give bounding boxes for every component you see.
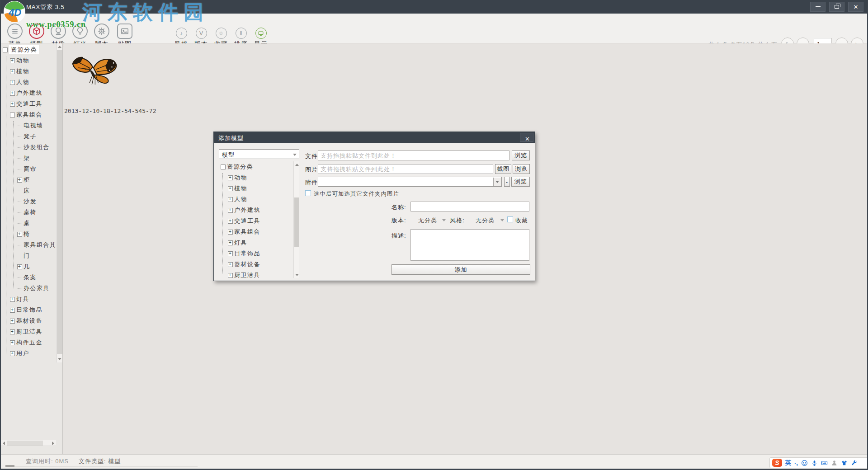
expand-icon[interactable]: + <box>228 240 233 245</box>
expand-icon[interactable]: + <box>10 340 15 345</box>
tree-item-办公家具[interactable]: 办公家具 <box>1 283 56 294</box>
tree-item-植物[interactable]: +植物 <box>1 66 56 77</box>
expand-icon[interactable]: + <box>17 232 22 237</box>
attachment-remove-button[interactable]: - <box>504 177 510 187</box>
scroll-up-icon[interactable] <box>294 161 300 168</box>
version-dropdown[interactable]: 无分类 <box>418 216 437 225</box>
scroll-down-icon[interactable] <box>294 272 300 278</box>
expand-icon[interactable]: + <box>10 297 15 302</box>
tree-item-沙发[interactable]: 沙发 <box>1 196 56 207</box>
tree-item-器材设备[interactable]: +器材设备 <box>1 315 56 326</box>
image-input[interactable] <box>318 164 493 174</box>
tree-item-器材设备[interactable]: +器材设备 <box>219 259 293 270</box>
sidebar-vertical-scrollbar[interactable] <box>56 43 62 362</box>
tree-item-桌椅[interactable]: 桌椅 <box>1 207 56 218</box>
dialog-tree-scrollbar[interactable] <box>293 161 299 278</box>
tree-item-灯具[interactable]: +灯具 <box>219 237 293 248</box>
image-browse-button[interactable]: 浏览 <box>513 164 530 174</box>
mic-icon[interactable] <box>811 460 818 466</box>
expand-icon[interactable]: + <box>10 308 15 313</box>
tree-item-柜[interactable]: +柜 <box>1 174 56 185</box>
tree-item-床[interactable]: 床 <box>1 185 56 196</box>
tree-item-人物[interactable]: +人物 <box>1 77 56 88</box>
tree-item-动物[interactable]: +动物 <box>219 172 293 183</box>
chevron-down-icon[interactable] <box>500 219 504 221</box>
tree-item-沙发组合[interactable]: 沙发组合 <box>1 142 56 153</box>
expand-icon[interactable]: + <box>228 262 233 267</box>
handwriting-icon[interactable] <box>831 460 838 466</box>
tree-item-植物[interactable]: +植物 <box>219 183 293 194</box>
style-dropdown[interactable]: 无分类 <box>476 216 495 225</box>
expand-icon[interactable]: + <box>10 58 15 63</box>
chevron-down-icon[interactable] <box>442 219 446 221</box>
tree-item-用户[interactable]: +用户 <box>1 348 56 359</box>
tree-item-户外建筑[interactable]: +户外建筑 <box>219 205 293 216</box>
dropdown-arrow-button[interactable] <box>493 178 501 186</box>
favorite-checkbox[interactable] <box>507 216 513 222</box>
description-textarea[interactable] <box>410 229 529 261</box>
tree-item-日常饰品[interactable]: +日常饰品 <box>1 305 56 315</box>
tree-item-条案[interactable]: 条案 <box>1 272 56 283</box>
tree-item-灯具[interactable]: +灯具 <box>1 294 56 305</box>
expand-icon[interactable]: + <box>228 273 233 278</box>
dialog-close-button[interactable]: ✕ <box>520 133 533 142</box>
close-button[interactable]: ✕ <box>848 2 863 12</box>
scroll-right-icon[interactable] <box>50 440 56 446</box>
scrollbar-thumb[interactable] <box>7 441 43 446</box>
name-input[interactable] <box>410 202 529 212</box>
attachment-dropdown[interactable] <box>318 177 502 187</box>
expand-icon[interactable]: + <box>17 264 22 269</box>
tree-item-户外建筑[interactable]: +户外建筑 <box>1 88 56 99</box>
scrollbar-thumb[interactable] <box>294 197 299 247</box>
collapse-icon[interactable]: - <box>3 47 8 52</box>
minimize-button[interactable] <box>810 2 826 12</box>
collapse-icon[interactable]: - <box>221 164 226 169</box>
tree-item-动物[interactable]: +动物 <box>1 55 56 66</box>
expand-icon[interactable]: + <box>10 102 15 107</box>
category-type-dropdown[interactable]: 模型 <box>219 149 299 159</box>
punctuation-indicator[interactable]: ·, <box>794 460 798 466</box>
scroll-down-icon[interactable] <box>57 356 62 362</box>
scroll-up-icon[interactable] <box>57 43 62 50</box>
scroll-left-icon[interactable] <box>1 440 7 446</box>
tree-item-资源分类[interactable]: -资源分类 <box>1 44 56 55</box>
tree-item-交通工具[interactable]: +交通工具 <box>1 99 56 109</box>
tree-item-桌[interactable]: 桌 <box>1 218 56 229</box>
expand-icon[interactable]: + <box>17 178 22 183</box>
tree-item-家具组合其它[interactable]: 家具组合其它 <box>1 240 56 250</box>
skin-icon[interactable] <box>841 460 848 466</box>
expand-icon[interactable]: + <box>228 186 233 191</box>
expand-icon[interactable]: + <box>10 69 15 74</box>
collapse-icon[interactable]: - <box>10 113 15 118</box>
expand-icon[interactable]: + <box>228 208 233 213</box>
expand-icon[interactable]: + <box>228 197 233 202</box>
expand-icon[interactable]: + <box>10 80 15 85</box>
toolbox-icon[interactable] <box>851 460 858 466</box>
model-caption[interactable]: 2013-12-10-18-12-54-545-72 <box>64 108 156 114</box>
tree-item-窗帘[interactable]: 窗帘 <box>1 164 56 174</box>
expand-icon[interactable]: + <box>10 329 15 334</box>
tree-item-门[interactable]: 门 <box>1 250 56 261</box>
tree-item-架[interactable]: 架 <box>1 153 56 164</box>
expand-icon[interactable]: + <box>10 351 15 356</box>
file-input[interactable] <box>318 150 509 160</box>
expand-icon[interactable]: + <box>228 175 233 180</box>
lang-indicator[interactable]: 英 <box>785 459 791 467</box>
maximize-button[interactable] <box>829 2 844 12</box>
file-browse-button[interactable]: 浏览 <box>512 150 530 160</box>
scrollbar-thumb[interactable] <box>57 50 62 354</box>
tree-item-电视墙[interactable]: 电视墙 <box>1 120 56 131</box>
sidebar-horizontal-scrollbar[interactable] <box>1 440 56 446</box>
expand-icon[interactable]: + <box>228 219 233 224</box>
expand-icon[interactable]: + <box>228 251 233 256</box>
tree-item-交通工具[interactable]: +交通工具 <box>219 216 293 226</box>
tree-item-椅[interactable]: +椅 <box>1 229 56 240</box>
tree-item-家具组合[interactable]: +家具组合 <box>219 226 293 237</box>
tree-item-家具组合[interactable]: -家具组合 <box>1 109 56 120</box>
tree-item-几[interactable]: +几 <box>1 261 56 272</box>
keyboard-icon[interactable] <box>821 460 828 466</box>
expand-icon[interactable]: + <box>228 230 233 235</box>
expand-icon[interactable]: + <box>10 319 15 324</box>
attachment-browse-button[interactable]: 浏览 <box>511 177 530 187</box>
tree-item-日常饰品[interactable]: +日常饰品 <box>219 248 293 259</box>
